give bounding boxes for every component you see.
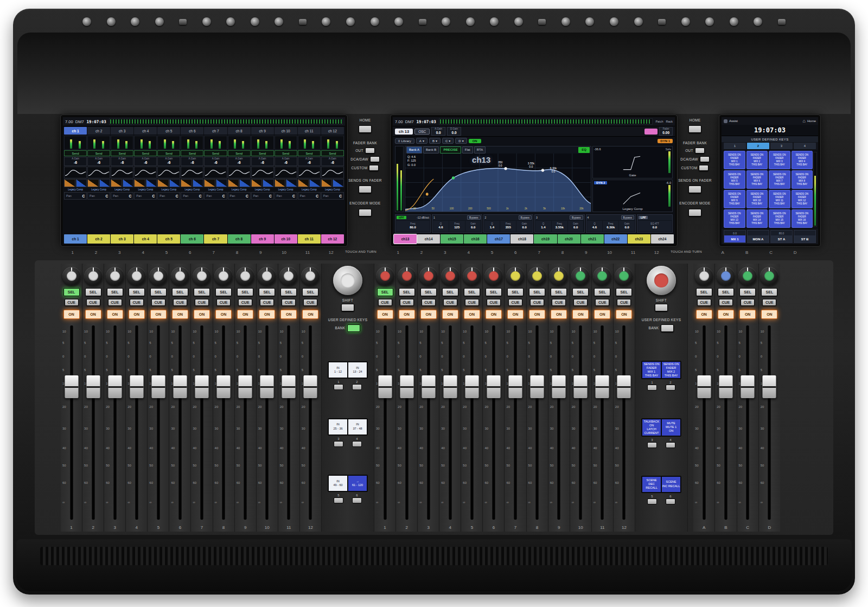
fader[interactable]: 10505102030405060∞ bbox=[300, 323, 321, 523]
analog-gain-field[interactable]: A.Gain0.0 bbox=[431, 127, 445, 136]
fader-cap[interactable] bbox=[108, 375, 122, 398]
fader-cap[interactable] bbox=[304, 375, 317, 398]
monitor-slot[interactable]: 0.0MX 1 bbox=[724, 230, 746, 243]
comp-thumbnail[interactable] bbox=[333, 179, 344, 187]
udk-button[interactable] bbox=[647, 442, 657, 448]
fader-cap[interactable] bbox=[151, 375, 165, 398]
cue-button[interactable]: CUE bbox=[195, 299, 209, 306]
channel-tab[interactable]: ch 10 bbox=[275, 127, 297, 135]
bypass-button[interactable]: Bypass bbox=[621, 215, 634, 220]
slot-a-select[interactable]: A▾ bbox=[416, 138, 427, 144]
gate-thumbnail[interactable] bbox=[111, 179, 122, 187]
channel-tab[interactable]: ch 11 bbox=[298, 127, 321, 135]
sel-button[interactable]: SEL bbox=[107, 288, 123, 296]
on-button[interactable]: ON bbox=[237, 310, 253, 319]
gate-thumbnail[interactable] bbox=[251, 179, 263, 187]
eq-thumbnail[interactable] bbox=[157, 167, 180, 178]
fader[interactable]: 10505102030405060∞ bbox=[483, 323, 504, 523]
channel-encoder-knob[interactable] bbox=[615, 267, 633, 285]
osc-button[interactable]: OSC bbox=[414, 129, 430, 135]
cue-button[interactable]: CUE bbox=[282, 299, 296, 306]
fader-cap[interactable] bbox=[443, 375, 457, 398]
sel-button[interactable]: SEL bbox=[280, 288, 297, 296]
comp-thumbnail[interactable] bbox=[239, 179, 251, 187]
cue-button[interactable]: CUE bbox=[173, 299, 187, 306]
pan-readout[interactable]: PanC bbox=[134, 192, 157, 200]
fader[interactable]: 10505102030405060∞ bbox=[570, 323, 591, 523]
gate-thumbnail[interactable] bbox=[134, 179, 145, 187]
sel-button[interactable]: SEL bbox=[377, 288, 393, 296]
channel-encoder-knob[interactable] bbox=[550, 267, 568, 285]
home-label[interactable]: Home bbox=[807, 119, 816, 123]
fader[interactable]: 10505102030405060∞ bbox=[191, 323, 212, 523]
udk-button[interactable] bbox=[647, 385, 657, 391]
patch-button[interactable]: Patch bbox=[655, 120, 663, 123]
cue-button[interactable]: CUE bbox=[400, 299, 414, 306]
user-defined-key[interactable]: SENDS ONFADERMIX 6THIS BAY bbox=[746, 170, 768, 189]
fader[interactable]: 10505102030405060∞ bbox=[737, 323, 758, 523]
analog-gain-readout[interactable]: A.Gain-6 bbox=[251, 157, 274, 166]
pan-readout[interactable]: PanC bbox=[64, 192, 87, 200]
eq-thumbnail[interactable] bbox=[321, 167, 344, 178]
touch-and-turn-knob[interactable] bbox=[333, 266, 362, 295]
channel-tab[interactable]: ch 5 bbox=[157, 127, 180, 135]
fader[interactable]: 10505102030405060∞ bbox=[104, 323, 125, 523]
sel-button[interactable]: SEL bbox=[150, 288, 167, 296]
on-button[interactable]: ON bbox=[150, 310, 167, 319]
fader[interactable]: 10505102030405060∞ bbox=[759, 323, 780, 523]
eq-thumbnail[interactable] bbox=[134, 167, 157, 178]
bypass-button[interactable]: Bypass bbox=[519, 215, 532, 220]
band-gain-field[interactable]: Gain0.0 bbox=[465, 221, 481, 232]
channel-name-tab[interactable]: ch 5 bbox=[157, 234, 180, 244]
cue-button[interactable]: CUE bbox=[65, 299, 79, 306]
fader[interactable]: 10505102030405060∞ bbox=[126, 323, 147, 523]
band-q-field[interactable]: Q1.4 bbox=[484, 221, 500, 232]
band-freq-field[interactable]: Freq3.55k bbox=[552, 221, 567, 232]
sel-button[interactable]: SEL bbox=[85, 288, 101, 296]
channel-encoder-knob[interactable] bbox=[127, 267, 146, 285]
udk-button[interactable] bbox=[666, 385, 675, 391]
channel-encoder-knob[interactable] bbox=[258, 267, 276, 285]
cue-button[interactable]: CUE bbox=[697, 299, 711, 306]
pan-readout[interactable]: PanC bbox=[321, 192, 344, 200]
eq-thumbnail[interactable] bbox=[275, 167, 297, 178]
analog-gain-readout[interactable]: A.Gain-6 bbox=[204, 157, 227, 166]
sel-button[interactable]: SEL bbox=[507, 288, 524, 296]
eq-thumbnail[interactable] bbox=[251, 167, 274, 178]
center-screen[interactable]: 7.00 DM7 19:07:03 Patch Rack ch 13 OSC A… bbox=[391, 115, 677, 246]
channel-encoder-knob[interactable] bbox=[301, 267, 320, 285]
sel-button[interactable]: SEL bbox=[761, 288, 777, 296]
on-button[interactable]: ON bbox=[761, 310, 777, 319]
channel-tab[interactable]: ch 4 bbox=[134, 127, 157, 135]
on-button[interactable]: ON bbox=[507, 310, 524, 319]
sel-button[interactable]: SEL bbox=[572, 288, 589, 296]
channel-strip-display[interactable]: SendA.Gain-6Legacy CompPanC bbox=[321, 136, 344, 233]
channel-name-tab[interactable]: ch13 bbox=[394, 234, 417, 244]
channel-name-tab[interactable]: ch 3 bbox=[111, 234, 133, 244]
hpf-freq-field[interactable]: Freq80.0 bbox=[396, 221, 430, 232]
channel-strip-display[interactable]: SendA.Gain-6Legacy CompPanC bbox=[251, 136, 274, 233]
fader-cap[interactable] bbox=[282, 375, 296, 398]
selected-channel-chip[interactable]: ch 13 bbox=[395, 129, 413, 135]
channel-encoder-knob[interactable] bbox=[171, 267, 189, 285]
gate-thumbnail[interactable] bbox=[87, 179, 99, 187]
utility-screen[interactable]: Assist ⌂ Home 19:07:03 USER DEFINED KEYS… bbox=[719, 115, 820, 246]
fader[interactable]: 10505102030405060∞ bbox=[505, 323, 526, 523]
channel-name-tab[interactable]: ch24 bbox=[651, 234, 674, 244]
channel-name-tab[interactable]: ch 12 bbox=[321, 234, 344, 244]
fader-cap[interactable] bbox=[195, 375, 209, 398]
user-defined-key[interactable]: SENDS ONFADERMIX 7THIS BAY bbox=[769, 170, 790, 189]
user-defined-key[interactable]: SENDS ONFADERMIX 3THIS BAY bbox=[769, 151, 790, 169]
fader[interactable]: 10505102030405060∞ bbox=[148, 323, 169, 523]
rta-button[interactable]: RTA bbox=[474, 146, 486, 153]
analog-gain-readout[interactable]: A.Gain-6 bbox=[228, 157, 251, 166]
channel-encoder-knob[interactable] bbox=[106, 267, 124, 285]
analog-gain-readout[interactable]: A.Gain-6 bbox=[181, 157, 203, 166]
on-button[interactable]: ON bbox=[107, 310, 123, 319]
cue-button[interactable]: CUE bbox=[378, 299, 392, 306]
sel-button[interactable]: SEL bbox=[302, 288, 318, 296]
channel-tab[interactable]: ch 9 bbox=[251, 127, 274, 135]
comp-thumbnail[interactable] bbox=[99, 179, 111, 187]
on-button[interactable]: ON bbox=[594, 310, 610, 319]
eq-thumbnail[interactable] bbox=[228, 167, 251, 178]
